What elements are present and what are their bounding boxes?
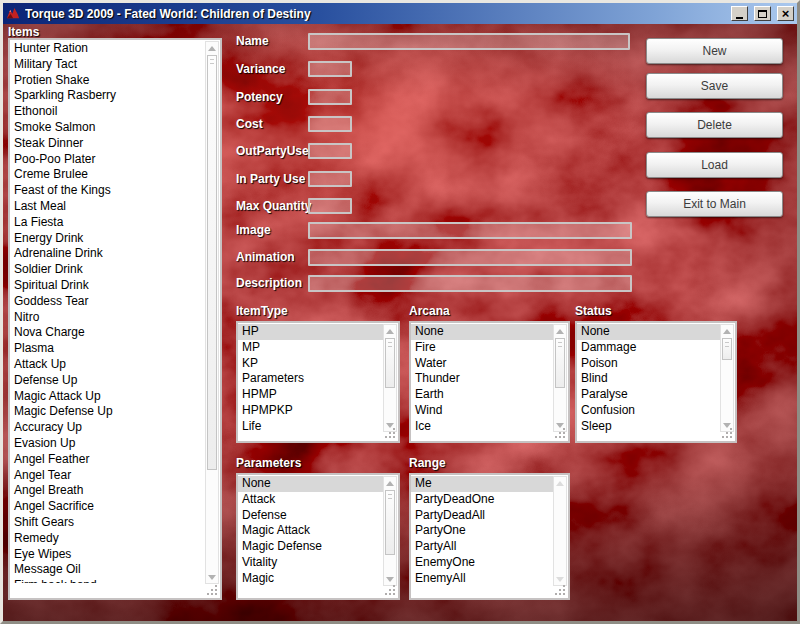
items-scrollbar[interactable]	[205, 41, 219, 584]
outpartyuse-input[interactable]	[308, 143, 352, 159]
list-item[interactable]: Plasma	[10, 341, 205, 357]
option-item[interactable]: HPMPKP	[238, 403, 383, 419]
scroll-up-button[interactable]	[554, 325, 566, 337]
option-item[interactable]: Ice	[411, 419, 553, 435]
list-item[interactable]: Protien Shake	[10, 73, 205, 89]
option-item[interactable]: PartyDeadOne	[411, 492, 553, 508]
option-item[interactable]: Vitality	[238, 555, 383, 571]
resize-grip[interactable]	[206, 584, 217, 595]
list-item[interactable]: Adrenaline Drink	[10, 246, 205, 262]
scroll-down-button[interactable]	[206, 571, 218, 583]
list-item[interactable]: Defense Up	[10, 373, 205, 389]
list-item[interactable]: Nitro	[10, 310, 205, 326]
list-item[interactable]: Feast of the Kings	[10, 183, 205, 199]
option-item[interactable]: Confusion	[577, 403, 720, 419]
animation-input[interactable]	[308, 249, 632, 266]
option-item[interactable]: MP	[238, 340, 383, 356]
option-item[interactable]: Parameters	[238, 371, 383, 387]
list-item[interactable]: Creme Brulee	[10, 167, 205, 183]
list-item[interactable]: Magic Defense Up	[10, 404, 205, 420]
option-item[interactable]: Paralyse	[577, 387, 720, 403]
list-item[interactable]: Accuracy Up	[10, 420, 205, 436]
option-item[interactable]: PartyDeadAll	[411, 508, 553, 524]
scrollbar-thumb[interactable]	[385, 338, 395, 388]
list-item[interactable]: Shift Gears	[10, 515, 205, 531]
option-item[interactable]: Magic Attack	[238, 523, 383, 539]
scrollbar-thumb[interactable]	[385, 490, 395, 555]
list-item[interactable]: Ethonoil	[10, 104, 205, 120]
option-item[interactable]: Dammage	[577, 340, 720, 356]
list-item[interactable]: Evasion Up	[10, 436, 205, 452]
list-item[interactable]: Angel Tear	[10, 468, 205, 484]
option-item[interactable]: Defense	[238, 508, 383, 524]
list-item[interactable]: Angel Feather	[10, 452, 205, 468]
scroll-up-button[interactable]	[721, 325, 733, 337]
scrollbar-thumb[interactable]	[207, 55, 217, 470]
itemtype-scrollbar[interactable]	[383, 324, 397, 432]
scrollbar-thumb[interactable]	[555, 338, 565, 388]
option-item[interactable]: Thunder	[411, 371, 553, 387]
delete-button[interactable]: Delete	[646, 112, 783, 138]
option-item[interactable]: Blind	[577, 371, 720, 387]
cost-input[interactable]	[308, 116, 352, 132]
list-item[interactable]: Magic Attack Up	[10, 389, 205, 405]
option-item[interactable]: EnemyOne	[411, 555, 553, 571]
option-item[interactable]: HP	[238, 324, 383, 340]
list-item[interactable]: Soldier Drink	[10, 262, 205, 278]
maxquantity-input[interactable]	[308, 198, 352, 214]
list-item[interactable]: Hunter Ration	[10, 41, 205, 57]
list-item[interactable]: Poo-Poo Plater	[10, 152, 205, 168]
scrollbar-thumb[interactable]	[722, 338, 732, 360]
variance-input[interactable]	[308, 61, 352, 77]
list-item[interactable]: Spiritual Drink	[10, 278, 205, 294]
scroll-up-button[interactable]	[384, 325, 396, 337]
list-item[interactable]: Nova Charge	[10, 325, 205, 341]
load-button[interactable]: Load	[646, 152, 783, 178]
option-item[interactable]: Me	[411, 476, 553, 492]
option-item[interactable]: None	[411, 324, 553, 340]
option-item[interactable]: Water	[411, 356, 553, 372]
name-input[interactable]	[308, 33, 630, 50]
list-item[interactable]: Firm back bond	[10, 578, 205, 583]
list-item[interactable]: Message Oil	[10, 562, 205, 578]
list-item[interactable]: Goddess Tear	[10, 294, 205, 310]
exit-to-main-button[interactable]: Exit to Main	[646, 191, 783, 217]
new-button[interactable]: New	[646, 38, 783, 64]
option-item[interactable]: Poison	[577, 356, 720, 372]
list-item[interactable]: Last Meal	[10, 199, 205, 215]
list-item[interactable]: Eye Wipes	[10, 547, 205, 563]
option-item[interactable]: Wind	[411, 403, 553, 419]
scroll-up-button[interactable]	[206, 42, 218, 54]
list-item[interactable]: Steak Dinner	[10, 136, 205, 152]
option-item[interactable]: Magic	[238, 571, 383, 587]
resize-grip[interactable]	[384, 427, 395, 438]
list-item[interactable]: Attack Up	[10, 357, 205, 373]
option-item[interactable]: None	[577, 324, 720, 340]
arcana-scrollbar[interactable]	[553, 324, 567, 432]
potency-input[interactable]	[308, 89, 352, 105]
option-item[interactable]: HPMP	[238, 387, 383, 403]
save-button[interactable]: Save	[646, 73, 783, 99]
minimize-button[interactable]	[731, 6, 748, 21]
list-item[interactable]: Remedy	[10, 531, 205, 547]
list-item[interactable]: Sparkling Rasberry	[10, 88, 205, 104]
list-item[interactable]: Angel Breath	[10, 483, 205, 499]
image-input[interactable]	[308, 222, 632, 239]
list-item[interactable]: Smoke Salmon	[10, 120, 205, 136]
option-item[interactable]: PartyOne	[411, 523, 553, 539]
status-scrollbar[interactable]	[720, 324, 734, 432]
option-item[interactable]: Attack	[238, 492, 383, 508]
parameters-scrollbar[interactable]	[383, 476, 397, 586]
option-item[interactable]: Fire	[411, 340, 553, 356]
resize-grip[interactable]	[554, 427, 565, 438]
list-item[interactable]: Military Tact	[10, 57, 205, 73]
close-button[interactable]: ×	[777, 6, 794, 21]
maximize-button[interactable]	[754, 6, 771, 21]
resize-grip[interactable]	[554, 584, 565, 595]
option-item[interactable]: PartyAll	[411, 539, 553, 555]
resize-grip[interactable]	[384, 584, 395, 595]
scroll-up-button[interactable]	[384, 477, 396, 489]
option-item[interactable]: Life	[238, 419, 383, 435]
list-item[interactable]: La Fiesta	[10, 215, 205, 231]
list-item[interactable]: Angel Sacrifice	[10, 499, 205, 515]
